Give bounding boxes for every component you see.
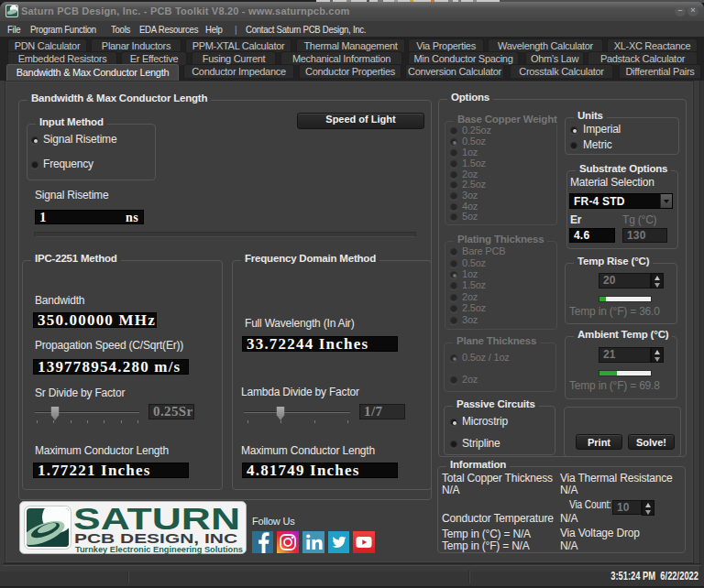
svg-text:Turnkey Electronic Engineering: Turnkey Electronic Engineering Solutions (75, 544, 243, 554)
